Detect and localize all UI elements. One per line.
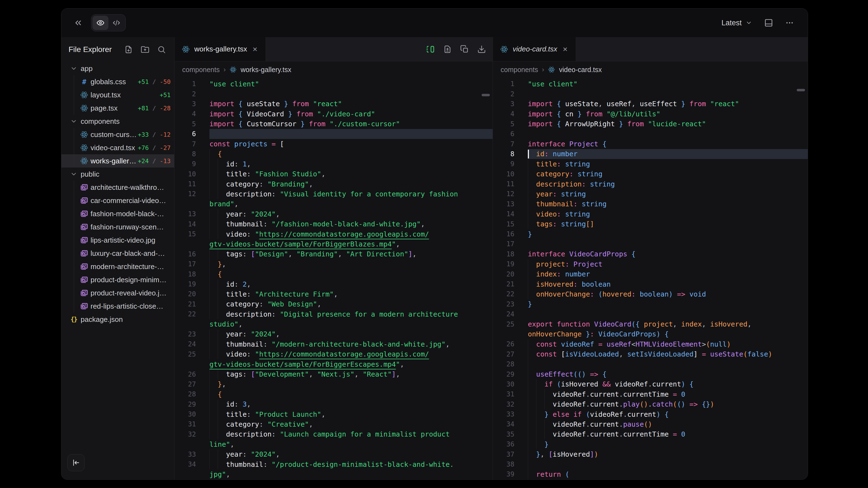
tree-file-package.json[interactable]: {}package.json: [61, 313, 174, 326]
code-line[interactable]: 27 const [isVideoLoaded, setIsVideoLoade…: [493, 349, 808, 359]
code-line[interactable]: 16}: [493, 229, 808, 239]
code-line[interactable]: 3import { useState, useRef, useEffect } …: [493, 99, 808, 109]
tree-file-fashion-model-black-[interactable]: fashion-model-black-…: [61, 207, 174, 220]
panel-bottom-icon[interactable]: [764, 19, 773, 27]
download-icon[interactable]: [477, 45, 486, 54]
code-line[interactable]: 35 videoRef.current.currentTime = 0: [493, 429, 808, 439]
collapse-sidebar-button[interactable]: [67, 454, 85, 471]
code-line[interactable]: 39 return (: [493, 469, 808, 479]
code-line[interactable]: 1"use client": [493, 79, 808, 89]
tree-file-fashion-runway-scen-[interactable]: fashion-runway-scen…: [61, 220, 174, 233]
code-line[interactable]: brand",: [175, 199, 493, 209]
tree-file-red-lips-artistic-close-[interactable]: red-lips-artistic-close…: [61, 299, 174, 313]
code-line[interactable]: 4import { VideoCard } from "./video-card…: [175, 109, 493, 119]
tab-video-card[interactable]: video-card.tsx ×: [493, 37, 576, 61]
scrollbar-thumb[interactable]: [797, 89, 805, 91]
code-line[interactable]: 18interface VideoCardProps {: [493, 249, 808, 259]
code-line[interactable]: 17 },: [175, 259, 493, 269]
code-line[interactable]: 22 description: "Digital presence for a …: [175, 309, 493, 319]
code-line[interactable]: studio",: [175, 319, 493, 329]
code-line[interactable]: 38: [493, 459, 808, 469]
code-line[interactable]: 11 description: string: [493, 179, 808, 189]
code-line[interactable]: 24 thumbnail: "/modern-architecture-blac…: [175, 339, 493, 349]
code-line[interactable]: 4import { cn } from "@/lib/utils": [493, 109, 808, 119]
code-line[interactable]: 29 useEffect(() => {: [493, 369, 808, 379]
code-line[interactable]: 9 id: 1,: [175, 159, 493, 169]
code-line[interactable]: 22 onHoverChange: (hovered: boolean) => …: [493, 289, 808, 299]
new-folder-icon[interactable]: [141, 45, 149, 54]
code-line[interactable]: 14 thumbnail: "/fashion-model-black-and-…: [175, 219, 493, 229]
code-line[interactable]: 12 description: "Visual identity for a c…: [175, 189, 493, 199]
code-line[interactable]: 6: [493, 129, 808, 139]
code-line[interactable]: 17: [493, 239, 808, 249]
code-line[interactable]: gtv-videos-bucket/sample/ForBiggerBlazes…: [175, 239, 493, 249]
chevrons-left-icon[interactable]: [73, 18, 83, 28]
code-editor-video-card[interactable]: 1"use client"23import { useState, useRef…: [493, 78, 808, 480]
breadcrumb-file[interactable]: works-gallery.tsx: [241, 66, 291, 74]
split-diff-icon[interactable]: [426, 45, 435, 54]
tree-folder-components[interactable]: components: [61, 115, 174, 128]
close-tab-icon[interactable]: ×: [562, 44, 569, 54]
code-line[interactable]: 26 const videoRef = useRef<HTMLVideoElem…: [493, 339, 808, 349]
code-line[interactable]: 21 category: "Web Design",: [175, 299, 493, 309]
tree-file-modern-architecture-[interactable]: modern-architecture-…: [61, 260, 174, 273]
copy-icon[interactable]: [460, 45, 469, 54]
code-line[interactable]: 31 videoRef.current.currentTime = 0: [493, 389, 808, 399]
code-line[interactable]: jpg",: [175, 469, 493, 479]
code-line[interactable]: 20 index: number: [493, 269, 808, 279]
code-line[interactable]: 9 title: string: [493, 159, 808, 169]
scrollbar-thumb[interactable]: [482, 94, 490, 96]
code-line[interactable]: 34 videoRef.current.pause(): [493, 419, 808, 429]
tree-file-luxury-car-black-and-[interactable]: luxury-car-black-and-…: [61, 247, 174, 260]
tree-file-product-design-minim-[interactable]: product-design-minim…: [61, 273, 174, 286]
code-line[interactable]: 19 project: Project: [493, 259, 808, 269]
code-line[interactable]: 7interface Project {: [493, 139, 808, 149]
tree-file-architecture-walkthro-[interactable]: architecture-walkthro…: [61, 181, 174, 194]
code-line[interactable]: 10 category: string: [493, 169, 808, 179]
code-line[interactable]: 34 thumbnail: "/product-design-minimalis…: [175, 459, 493, 469]
search-icon[interactable]: [157, 45, 166, 54]
tab-works-gallery[interactable]: works-gallery.tsx ×: [175, 37, 266, 61]
code-line[interactable]: 20 title: "Architecture Firm",: [175, 289, 493, 299]
tree-file-product-reveal-video.j-[interactable]: product-reveal-video.j…: [61, 286, 174, 299]
code-line[interactable]: 23 year: "2024",: [175, 329, 493, 339]
code-line[interactable]: 33 year: "2024",: [175, 449, 493, 459]
code-editor-works-gallery[interactable]: 1"use client"23import { useState } from …: [175, 78, 493, 480]
tree-file-custom-curs-[interactable]: custom-curs…+33 / -12: [61, 128, 174, 141]
code-line[interactable]: 8 {: [175, 149, 493, 159]
breadcrumb-folder[interactable]: components: [501, 66, 538, 74]
code-line[interactable]: 5import { CustomCursor } from "./custom-…: [175, 119, 493, 129]
tree-file-video-card.tsx[interactable]: video-card.tsx+76 / -27: [61, 141, 174, 154]
code-line[interactable]: 16 tags: ["Design", "Branding", "Art Dir…: [175, 249, 493, 259]
tree-file-works-galler-[interactable]: works-galler…+24 / -13: [61, 154, 174, 167]
code-line[interactable]: gtv-videos-bucket/sample/ForBiggerEscape…: [175, 359, 493, 369]
tree-file-lips-artistic-video.jpg[interactable]: lips-artistic-video.jpg: [61, 233, 174, 247]
code-line[interactable]: 28: [493, 359, 808, 369]
code-line[interactable]: 30 title: "Product Launch",: [175, 409, 493, 419]
code-line[interactable]: 24: [493, 309, 808, 319]
code-line[interactable]: 37 }, [isHovered]): [493, 449, 808, 459]
code-line[interactable]: 1"use client": [175, 79, 493, 89]
code-line[interactable]: 27 },: [175, 379, 493, 389]
code-line[interactable]: 5import { ArrowUpRight } from "lucide-re…: [493, 119, 808, 129]
code-line[interactable]: 30 if (isHovered && videoRef.current) {: [493, 379, 808, 389]
tree-folder-app[interactable]: app: [61, 62, 174, 75]
ellipsis-icon[interactable]: [785, 19, 794, 27]
breadcrumb-file[interactable]: video-card.tsx: [559, 66, 602, 74]
breadcrumb-folder[interactable]: components: [182, 66, 220, 74]
code-line[interactable]: 2: [493, 89, 808, 99]
code-line[interactable]: 32 videoRef.current.play().catch(() => {…: [493, 399, 808, 409]
code-line[interactable]: onHoverChange }: VideoCardProps) {: [493, 329, 808, 339]
tree-file-globals.css[interactable]: #globals.css+51 / -50: [61, 75, 174, 88]
code-line[interactable]: 6: [175, 129, 493, 139]
code-line[interactable]: line",: [175, 439, 493, 449]
code-line[interactable]: 12 year: string: [493, 189, 808, 199]
code-line[interactable]: 10 title: "Fashion Studio",: [175, 169, 493, 179]
code-line[interactable]: 32 description: "Launch campaign for a m…: [175, 429, 493, 439]
code-line[interactable]: 28 {: [175, 389, 493, 399]
code-line[interactable]: 26 tags: ["Development", "Next.js", "Rea…: [175, 369, 493, 379]
close-tab-icon[interactable]: ×: [252, 44, 259, 54]
code-line[interactable]: 15 video: "https://commondatastorage.goo…: [175, 229, 493, 239]
preview-eye-icon[interactable]: [92, 16, 108, 30]
code-line[interactable]: 13 year: "2024",: [175, 209, 493, 219]
